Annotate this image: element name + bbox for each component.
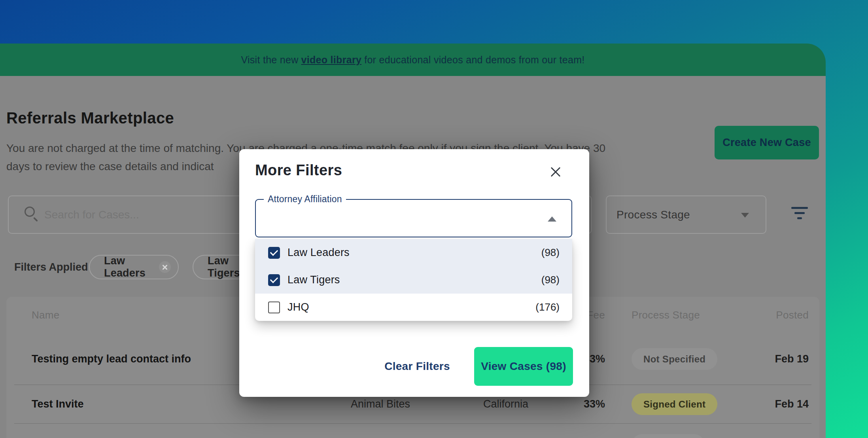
attorney-affiliation-label: Attorney Affiliation [264, 194, 346, 205]
attorney-affiliation-field[interactable]: Attorney Affiliation [255, 199, 572, 237]
filters-applied-label: Filters Applied [14, 256, 88, 278]
column-header-name[interactable]: Name [32, 309, 60, 321]
option-law-tigers[interactable]: Law Tigers (98) [255, 266, 572, 294]
option-jhq[interactable]: JHQ (176) [255, 294, 572, 321]
option-label: Law Tigers [287, 274, 340, 286]
option-count: (98) [541, 274, 560, 286]
chevron-up-icon[interactable] [548, 216, 556, 222]
chip-label: Law Leaders [104, 255, 153, 279]
option-label: JHQ [287, 301, 309, 313]
status-badge: Not Specified [632, 348, 717, 370]
search-icon [25, 207, 35, 217]
case-posted: Feb 19 [745, 353, 809, 365]
announcement-banner: Visit the new video library for educatio… [0, 44, 826, 76]
checkbox-checked-icon[interactable] [268, 247, 280, 259]
clear-filters-button[interactable]: Clear Filters [378, 347, 457, 386]
checkbox-unchecked-icon[interactable] [268, 301, 280, 313]
option-law-leaders[interactable]: Law Leaders (98) [255, 239, 572, 266]
banner-text-prefix: Visit the new [241, 54, 298, 66]
column-header-process-stage[interactable]: Process Stage [632, 309, 700, 321]
chevron-down-icon [741, 213, 749, 218]
view-cases-button[interactable]: View Cases (98) [474, 347, 573, 386]
create-new-case-button[interactable]: Create New Case [715, 126, 819, 159]
filter-chip-law-leaders[interactable]: Law Leaders [89, 255, 179, 279]
case-type: Animal Bites [351, 398, 410, 410]
column-header-posted[interactable]: Posted [745, 309, 809, 321]
process-stage-label: Process Stage [616, 209, 690, 221]
search-input[interactable] [44, 196, 234, 233]
process-stage-dropdown[interactable]: Process Stage [606, 195, 766, 234]
filter-funnel-icon[interactable] [791, 207, 808, 223]
status-badge: Signed Client [632, 393, 717, 415]
modal-title: More Filters [255, 162, 342, 179]
case-posted: Feb 14 [745, 398, 809, 410]
row-divider [14, 423, 811, 424]
page-title: Referrals Marketplace [6, 109, 174, 127]
banner-text-suffix: for educational videos and demos from ou… [364, 54, 584, 66]
video-library-link[interactable]: video library [301, 54, 362, 66]
chip-remove-icon[interactable] [159, 261, 171, 273]
checkbox-checked-icon[interactable] [268, 274, 280, 286]
case-name: Test Invite [32, 398, 84, 410]
status-badge [632, 434, 705, 438]
more-filters-modal: More Filters Attorney Affiliation Law Le… [239, 149, 589, 397]
attorney-affiliation-options: Law Leaders (98) Law Tigers (98) JHQ (17… [255, 239, 572, 321]
search-icon-handle [33, 217, 38, 222]
case-name: Testing empty lead contact info [32, 353, 191, 365]
case-fee: 33% [514, 398, 605, 410]
option-label: Law Leaders [287, 246, 350, 259]
close-icon[interactable] [547, 163, 564, 181]
option-count: (176) [535, 301, 560, 313]
option-count: (98) [541, 246, 560, 259]
